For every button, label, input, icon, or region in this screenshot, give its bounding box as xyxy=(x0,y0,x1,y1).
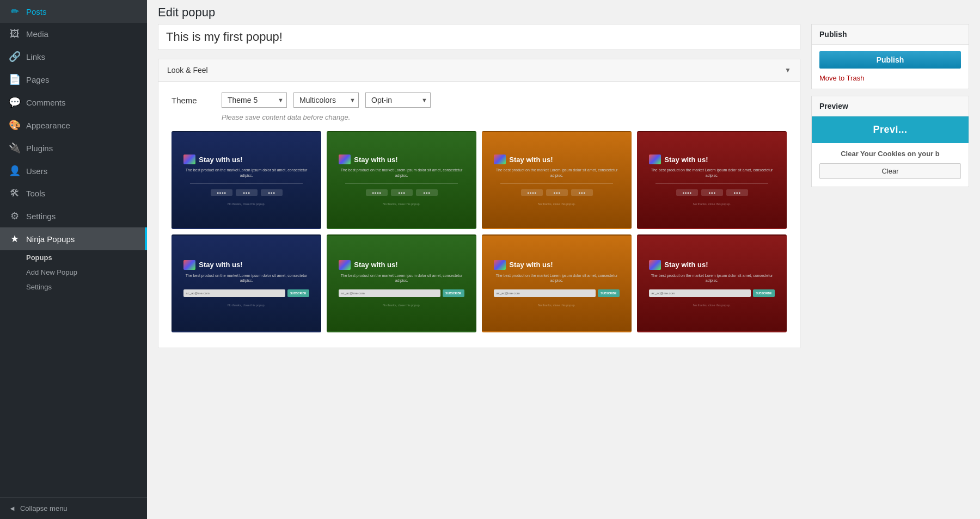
preview-button[interactable]: Previ... xyxy=(812,116,969,143)
sidebar-item-posts[interactable]: ✏ Posts xyxy=(0,0,147,23)
card-footer-4: No thanks, close this popup. xyxy=(693,202,731,206)
theme-card-7[interactable]: Stay with us! The best product on the ma… xyxy=(482,234,632,332)
chevron-down-icon: ▼ xyxy=(785,66,791,74)
card-email-input-5: ac_ac@me.com xyxy=(183,289,285,297)
publish-panel-body: Publish Move to Trash xyxy=(812,45,969,89)
appearance-icon: 🎨 xyxy=(9,119,21,131)
tools-icon: 🛠 xyxy=(9,188,21,199)
card-email-input-8: ac_ac@me.com xyxy=(649,289,750,297)
theme-label: Theme xyxy=(171,96,215,105)
theme-card-2[interactable]: Stay with us! The best product on the ma… xyxy=(327,131,476,229)
theme-select[interactable]: Theme 1 Theme 2 Theme 3 Theme 4 Theme 5 … xyxy=(222,92,287,108)
move-to-trash-link[interactable]: Move to Trash xyxy=(819,74,961,82)
card-opt-1a: ■ ■ ■ ■ xyxy=(211,189,232,196)
look-feel-panel: Look & Feel ▼ Theme Theme 1 Theme 2 Them… xyxy=(158,59,800,348)
card-tv-icon-4 xyxy=(649,155,661,164)
look-feel-title: Look & Feel xyxy=(167,66,208,75)
card-opt-2a: ■ ■ ■ ■ xyxy=(366,189,388,196)
comments-icon: 💬 xyxy=(9,96,21,108)
type-select-wrapper: Opt-in Pop-up Scroll-in ▼ xyxy=(365,92,431,108)
card-title-2: Stay with us! xyxy=(354,156,397,164)
sidebar-item-tools[interactable]: 🛠 Tools xyxy=(0,182,147,205)
color-select[interactable]: Multicolors Blue Green Orange Red xyxy=(293,92,359,108)
theme-card-4[interactable]: Stay with us! The best product on the ma… xyxy=(637,131,787,229)
preview-panel: Preview Previ... Clear Your Cookies on y… xyxy=(811,96,969,187)
plugins-icon: 🔌 xyxy=(9,142,21,154)
collapse-icon: ◄ xyxy=(9,504,16,512)
preview-panel-body: Previ... Clear Your Cookies on your b Cl… xyxy=(812,116,969,187)
theme-card-3[interactable]: Stay with us! The best product on the ma… xyxy=(482,131,632,229)
sidebar-subitem-add-new[interactable]: Add New Popup xyxy=(0,265,147,280)
sidebar-item-pages[interactable]: 📄 Pages xyxy=(0,68,147,91)
collapse-menu[interactable]: ◄ Collapse menu xyxy=(0,497,147,519)
pages-icon: 📄 xyxy=(9,73,21,85)
look-feel-header[interactable]: Look & Feel ▼ xyxy=(158,59,800,82)
sidebar-item-links[interactable]: 🔗 Links xyxy=(0,45,147,68)
card-footer-5: No thanks, close this popup. xyxy=(228,304,265,307)
card-title-3: Stay with us! xyxy=(509,156,553,164)
sidebar-item-media[interactable]: 🖼 Media xyxy=(0,23,147,45)
sidebar-item-plugins[interactable]: 🔌 Plugins xyxy=(0,137,147,159)
publish-panel: Publish Publish Move to Trash xyxy=(811,24,969,89)
card-title-7: Stay with us! xyxy=(509,261,553,269)
card-subscribe-btn-8: SUBSCRIBE xyxy=(753,289,775,297)
sidebar-item-label: Appearance xyxy=(26,121,70,130)
page-header: Edit popup xyxy=(158,0,969,24)
preview-panel-header: Preview xyxy=(812,96,969,116)
sidebar: ✏ Posts 🖼 Media 🔗 Links 📄 Pages 💬 Commen… xyxy=(0,0,147,519)
sidebar-item-ninja-popups[interactable]: ★ Ninja Popups xyxy=(0,227,147,250)
sidebar-item-label: Settings xyxy=(26,212,56,221)
card-body-6: The best product on the market Lorem ips… xyxy=(339,273,464,283)
theme-select-wrapper: Theme 1 Theme 2 Theme 3 Theme 4 Theme 5 … xyxy=(222,92,287,108)
theme-card-5[interactable]: Stay with us! The best product on the ma… xyxy=(171,234,321,332)
sidebar-item-label: Posts xyxy=(26,7,47,16)
card-tv-icon-2 xyxy=(339,155,351,164)
settings-icon: ⚙ xyxy=(9,210,21,222)
posts-icon: ✏ xyxy=(9,5,21,17)
collapse-label: Collapse menu xyxy=(20,504,68,512)
sidebar-item-appearance[interactable]: 🎨 Appearance xyxy=(0,114,147,137)
type-select[interactable]: Opt-in Pop-up Scroll-in xyxy=(365,92,431,108)
card-subscribe-btn-7: SUBSCRIBE xyxy=(598,289,620,297)
card-tv-icon-5 xyxy=(183,260,195,270)
card-tv-icon-1 xyxy=(183,155,195,164)
card-opt-3b: ■ ■ ■ xyxy=(546,189,568,196)
main-content: Edit popup Look & Feel ▼ Theme Theme xyxy=(147,0,980,519)
card-opt-1b: ■ ■ ■ xyxy=(236,189,258,196)
card-footer-8: No thanks, close this popup. xyxy=(693,304,731,307)
media-icon: 🖼 xyxy=(9,28,21,40)
card-body-2: The best product on the market Lorem ips… xyxy=(339,168,464,177)
clear-button[interactable]: Clear xyxy=(819,163,961,179)
card-body-7: The best product on the market Lorem ips… xyxy=(494,273,619,283)
card-title-1: Stay with us! xyxy=(199,156,242,164)
users-icon: 👤 xyxy=(9,165,21,177)
theme-row: Theme Theme 1 Theme 2 Theme 3 Theme 4 Th… xyxy=(171,92,787,108)
card-email-input-7: ac_ac@me.com xyxy=(494,289,595,297)
publish-panel-header: Publish xyxy=(812,24,969,45)
sidebar-subitem-popups[interactable]: Popups xyxy=(0,250,147,265)
theme-card-8[interactable]: Stay with us! The best product on the ma… xyxy=(637,234,787,332)
sidebar-subitem-settings[interactable]: Settings xyxy=(0,280,147,294)
card-title-5: Stay with us! xyxy=(199,261,242,269)
theme-card-6[interactable]: Stay with us! The best product on the ma… xyxy=(327,234,476,332)
card-footer-7: No thanks, close this popup. xyxy=(538,304,575,307)
sidebar-ninja-popups-label: Ninja Popups xyxy=(26,234,75,244)
card-tv-icon-7 xyxy=(494,260,506,270)
card-opt-4a: ■ ■ ■ ■ xyxy=(676,189,698,196)
editor-area: Look & Feel ▼ Theme Theme 1 Theme 2 Them… xyxy=(158,24,800,357)
sidebar-item-settings[interactable]: ⚙ Settings xyxy=(0,205,147,227)
sidebar-item-users[interactable]: 👤 Users xyxy=(0,159,147,182)
card-tv-icon-3 xyxy=(494,155,506,164)
links-icon: 🔗 xyxy=(9,51,21,63)
publish-button[interactable]: Publish xyxy=(819,51,961,69)
theme-card-1[interactable]: Stay with us! The best product on the ma… xyxy=(171,131,321,229)
card-opt-4c: ■ ■ ■ xyxy=(726,189,748,196)
card-footer-6: No thanks, close this popup. xyxy=(383,304,420,307)
card-opt-2c: ■ ■ ■ xyxy=(416,189,438,196)
card-body-3: The best product on the market Lorem ips… xyxy=(494,168,619,177)
popup-title-input[interactable] xyxy=(158,24,800,50)
card-body-8: The best product on the market Lorem ips… xyxy=(649,273,774,283)
sidebar-item-label: Comments xyxy=(26,98,66,107)
look-feel-body: Theme Theme 1 Theme 2 Theme 3 Theme 4 Th… xyxy=(158,82,800,348)
sidebar-item-comments[interactable]: 💬 Comments xyxy=(0,91,147,114)
